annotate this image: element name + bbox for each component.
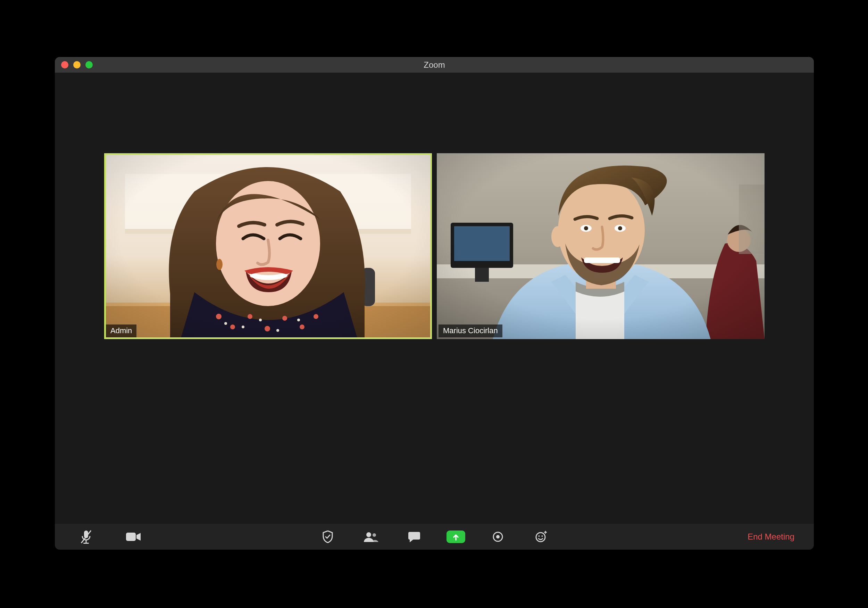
svg-rect-37 [437,153,764,339]
reactions-smiley-icon [535,531,547,543]
svg-point-43 [366,532,371,537]
svg-point-48 [538,535,540,537]
video-camera-icon [126,532,141,542]
traffic-lights [55,61,93,68]
share-screen-button[interactable] [446,530,465,543]
svg-rect-21 [104,153,432,339]
meeting-content: Admin [55,73,814,524]
window-title: Zoom [55,60,814,70]
close-window-button[interactable] [61,61,68,68]
zoom-window: Zoom [55,57,814,550]
svg-point-47 [536,533,545,542]
svg-rect-40 [83,543,89,544]
shield-icon [322,530,333,543]
participant-name-label: Admin [106,325,136,337]
reactions-button[interactable] [530,528,551,546]
video-tile-marius[interactable]: Marius Ciocirlan [437,153,764,339]
titlebar: Zoom [55,57,814,73]
mute-button[interactable] [76,528,96,546]
video-feed [104,153,432,339]
meeting-toolbar: End Meeting [55,524,814,550]
record-icon [492,531,504,542]
security-button[interactable] [317,528,338,546]
svg-point-46 [496,535,500,538]
participant-name-label: Marius Ciocirlan [439,325,502,337]
video-button[interactable] [123,528,144,546]
participants-button[interactable] [360,528,381,546]
video-grid: Admin [55,153,814,339]
end-meeting-button[interactable]: End Meeting [747,532,794,542]
video-feed [437,153,764,339]
maximize-window-button[interactable] [85,61,93,68]
chat-button[interactable] [403,528,424,546]
svg-point-44 [372,533,376,537]
video-tile-admin[interactable]: Admin [104,153,432,339]
share-screen-icon [452,533,460,541]
svg-point-49 [542,535,543,537]
chat-bubble-icon [408,531,420,542]
microphone-muted-icon [81,530,91,544]
svg-rect-42 [126,533,136,541]
record-button[interactable] [487,528,508,546]
svg-rect-39 [86,540,87,543]
minimize-window-button[interactable] [73,61,81,68]
participants-icon [363,532,378,542]
